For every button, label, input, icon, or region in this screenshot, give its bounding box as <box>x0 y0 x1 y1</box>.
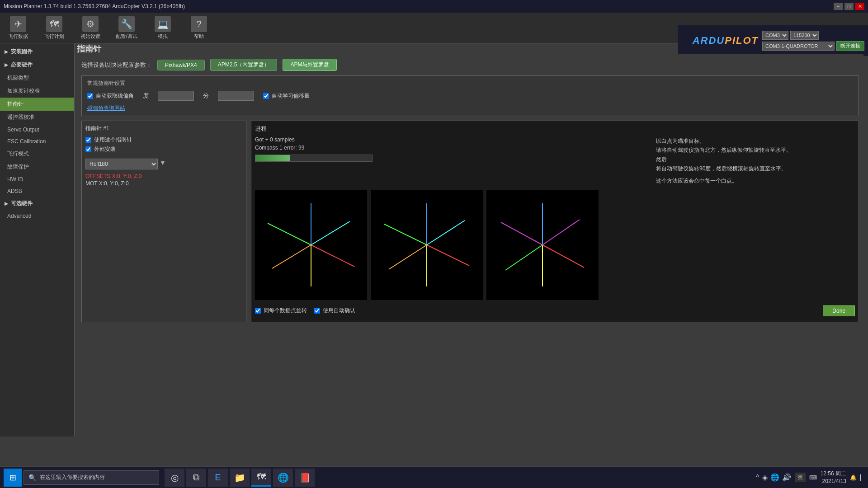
compass-svg-1 <box>255 190 367 300</box>
taskbar-app-other[interactable]: 📕 <box>295 469 315 487</box>
taskbar-clock[interactable]: 12:56 周二 2021/4/13 <box>821 470 846 485</box>
declination-link[interactable]: 磁偏角查询网站 <box>87 105 125 111</box>
sidebar-item-servo[interactable]: Servo Output <box>0 124 74 136</box>
sys-tray: ^ ◈ 🌐 🔊 <box>756 473 791 482</box>
auto-learn-checkbox[interactable] <box>263 93 269 99</box>
taskbar-apps: ◎ ⧉ E 📁 🗺 🌐 📕 <box>165 469 315 487</box>
sidebar-item-esc[interactable]: ESC Calibration <box>0 136 74 147</box>
quick-config-row: 选择设备以快速配置参数： Pixhawk/PX4 APM2.5（内置罗盘） AP… <box>81 59 859 71</box>
quick-config-label: 选择设备以快速配置参数： <box>81 61 152 69</box>
taskbar-app-cortana[interactable]: ◎ <box>165 469 184 487</box>
compass-panel-title: 指南针 #1 <box>85 125 242 132</box>
connection-controls: COM3 115200 COM3-1-QUADROTOR 断开连接 <box>762 31 864 51</box>
sidebar-group-required-hw[interactable]: ▶ 必要硬件 <box>0 58 74 71</box>
taskbar-app-mp[interactable]: 🗺 <box>251 469 271 487</box>
taskbar: ⊞ 🔍 在这里输入你要搜索的内容 ◎ ⧉ E 📁 🗺 🌐 📕 ^ ◈ 🌐 🔊 英… <box>0 466 868 488</box>
compass-displays <box>255 190 855 300</box>
sidebar-item-hwid[interactable]: HW ID <box>0 174 74 185</box>
minute-input[interactable] <box>218 91 254 101</box>
toolbar-item-initial-setup[interactable]: ⚙ 初始设置 <box>76 16 105 40</box>
toolbar-item-config[interactable]: 🔧 配置/调试 <box>112 16 141 40</box>
close-button[interactable]: ✕ <box>855 3 864 10</box>
use-compass-label: 使用这个指南针 <box>94 136 132 144</box>
auto-confirm-checkbox[interactable] <box>314 308 320 314</box>
sidebar-item-rc[interactable]: 遥控器校准 <box>0 111 74 124</box>
minute-label: 分 <box>203 92 209 100</box>
help-icon: ? <box>191 16 207 32</box>
taskbar-app-chrome[interactable]: 🌐 <box>273 469 293 487</box>
external-install-label: 外部安装 <box>94 145 116 153</box>
general-settings-box: 常规指南针设置 自动获取磁偏角 度 分 自动学习偏移量 磁偏角查询网站 <box>81 75 859 116</box>
optional-hw-arrow-icon: ▶ <box>5 201 8 206</box>
minimize-button[interactable]: − <box>834 3 843 10</box>
config-icon: 🔧 <box>118 16 135 32</box>
advanced-label: Advanced <box>7 213 31 219</box>
instruction-line-1: 以白点为瞄准目标。 <box>656 136 855 145</box>
time-display: 12:56 周二 <box>821 470 846 478</box>
use-compass-checkbox[interactable] <box>85 137 91 143</box>
compass-svg-3 <box>486 190 599 300</box>
tray-speaker-icon[interactable]: 🔊 <box>782 473 791 482</box>
baud-select[interactable]: 115200 <box>790 31 819 40</box>
sidebar-group-optional-hw[interactable]: ▶ 可选硬件 <box>0 197 74 210</box>
keyboard-icon[interactable]: ⌨ <box>809 474 817 481</box>
taskbar-app-explorer[interactable]: 📁 <box>230 469 250 487</box>
flight-plan-icon: 🗺 <box>46 16 62 32</box>
main-content: 选择设备以快速配置参数： Pixhawk/PX4 APM2.5（内置罗盘） AP… <box>77 54 863 434</box>
sidebar-item-compass[interactable]: 指南针 <box>0 98 74 111</box>
sidebar-group-firmware[interactable]: ▶ 安装固件 <box>0 45 74 58</box>
page-title: 指南针 <box>77 43 101 54</box>
apm25-btn[interactable]: APM2.5（内置罗盘） <box>210 59 278 71</box>
sidebar-item-adsb[interactable]: ADSB <box>0 185 74 197</box>
tray-network-icon[interactable]: 🌐 <box>770 473 779 482</box>
tray-dropbox-icon[interactable]: ◈ <box>762 473 768 482</box>
required-hw-arrow-icon: ▶ <box>5 62 8 67</box>
title-text: Mission Planner 1.3.74 build 1.3.7563.27… <box>4 3 185 9</box>
two-col-layout: 指南针 #1 使用这个指南针 外部安装 Roll180 ▼ OFFSETS X:… <box>81 121 859 322</box>
sidebar-item-accel[interactable]: 加速度计校准 <box>0 84 74 98</box>
taskbar-right: ^ ◈ 🌐 🔊 英 ⌨ 12:56 周二 2021/4/13 🔔 ▏ <box>756 470 864 485</box>
port-select[interactable]: COM3 <box>762 31 788 40</box>
toolbar-item-simulation[interactable]: 💻 模拟 <box>148 16 177 40</box>
degree-label: 度 <box>143 92 149 100</box>
flight-data-label: 飞行数据 <box>8 33 28 40</box>
connect-button[interactable]: 断开连接 <box>836 41 864 51</box>
optional-hw-label: 可选硬件 <box>11 200 33 207</box>
initial-setup-label: 初始设置 <box>80 33 100 40</box>
progress-instructions: 以白点为瞄准目标。 请将自动驾驶仪指向北方，然后纵倾仰轴旋转直至水平。 然后 将… <box>656 136 855 185</box>
initial-setup-icon: ⚙ <box>82 16 99 32</box>
toolbar-item-help[interactable]: ? 帮助 <box>184 16 213 40</box>
tray-arrow-icon[interactable]: ^ <box>756 474 760 482</box>
sidebar-item-advanced[interactable]: Advanced <box>0 210 74 222</box>
maximize-button[interactable]: □ <box>844 3 854 10</box>
taskbar-app-taskview[interactable]: ⧉ <box>186 469 206 487</box>
rotation-select[interactable]: Roll180 <box>85 159 158 169</box>
date-display: 2021/4/13 <box>821 478 846 485</box>
done-button[interactable]: Done <box>823 305 855 316</box>
auto-declination-checkbox[interactable] <box>87 93 93 99</box>
rotation-dropdown-icon[interactable]: ▼ <box>160 159 166 166</box>
instruction-line-4: 将自动驾驶仪旋转90度，然后绕横滚轴旋转直至水平。 <box>656 164 855 173</box>
config-label: 配置/调试 <box>116 33 137 40</box>
toolbar-item-flight-plan[interactable]: 🗺 飞行计划 <box>40 16 69 40</box>
sidebar-item-failsafe[interactable]: 故障保护 <box>0 160 74 174</box>
vehicle-select[interactable]: COM3-1-QUADROTOR <box>762 42 835 51</box>
help-label: 帮助 <box>194 33 204 40</box>
rotate-with-data-checkbox[interactable] <box>255 308 261 314</box>
toolbar-item-flight-data[interactable]: ✈ 飞行数据 <box>4 16 33 40</box>
compass-panel: 指南针 #1 使用这个指南针 外部安装 Roll180 ▼ OFFSETS X:… <box>81 121 246 322</box>
sidebar-item-frame[interactable]: 机架类型 <box>0 71 74 84</box>
taskbar-app-edge[interactable]: E <box>208 469 228 487</box>
apm-external-btn[interactable]: APM与外置罗盘 <box>283 59 337 71</box>
language-btn[interactable]: 英 <box>795 473 806 482</box>
external-install-checkbox[interactable] <box>85 146 91 152</box>
start-button[interactable]: ⊞ <box>4 469 22 487</box>
sidebar-item-flight-modes[interactable]: 飞行模式 <box>0 147 74 160</box>
compass-display-3 <box>486 190 599 300</box>
pixhawk-btn[interactable]: Pixhawk/PX4 <box>157 60 205 70</box>
search-bar[interactable]: 🔍 在这里输入你要搜索的内容 <box>24 470 159 485</box>
degree-input[interactable] <box>158 91 194 101</box>
instruction-line-2: 请将自动驾驶仪指向北方，然后纵倾仰轴旋转直至水平。 <box>656 145 855 155</box>
show-desktop-icon[interactable]: ▏ <box>860 474 864 481</box>
notification-icon[interactable]: 🔔 <box>850 474 857 481</box>
